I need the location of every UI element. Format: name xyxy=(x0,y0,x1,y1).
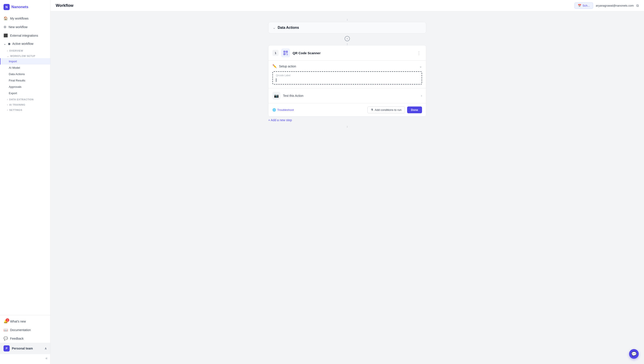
setup-chevron-icon: ⌄ xyxy=(420,65,422,68)
chevron-up-icon: ∧ xyxy=(44,347,47,350)
section-workflow-setup[interactable]: ⌄ WORKFLOW SETUP xyxy=(0,53,50,58)
import-label: Import xyxy=(9,60,17,63)
test-chevron-icon: › xyxy=(421,94,422,98)
chevron-right-icon-4: › xyxy=(7,109,8,111)
chevron-right-icon: › xyxy=(7,50,8,52)
setup-header[interactable]: ✏️ Setup action ⌄ xyxy=(272,64,422,68)
content-area: ↓ ⌄ Data Actions + 1 xyxy=(50,12,644,364)
svg-rect-1 xyxy=(284,51,285,52)
ai-model-label: AI Model xyxy=(9,66,20,69)
test-icon-box: 📷 xyxy=(272,92,280,100)
sidebar-item-approvals[interactable]: Approvals xyxy=(0,84,50,90)
add-conditions-button[interactable]: ⚗ Add conditions to run xyxy=(368,107,405,113)
sidebar-item-external-integrations[interactable]: ⬛ External integrations xyxy=(0,31,50,40)
page-title: Workflow xyxy=(56,3,74,8)
collapse-sidebar-button[interactable]: « xyxy=(0,354,50,362)
app-name: Nanonets xyxy=(12,5,28,9)
section-data-extraction[interactable]: › DATA EXTRACTION xyxy=(0,96,50,102)
plus-circle-icon: ⊕ xyxy=(4,25,6,29)
team-icon: P xyxy=(4,345,10,351)
flow-arrow-top: ↓ xyxy=(346,18,348,21)
sidebar-item-documentation[interactable]: 📖 Documentation xyxy=(0,325,50,334)
sidebar-nav: 🏠 My workflows ⊕ New workflow ⬛ External… xyxy=(0,14,50,315)
feedback-label: Feedback xyxy=(10,337,24,340)
sidebar-item-personal-team[interactable]: P Personal team ∧ xyxy=(0,343,50,354)
chat-support-icon: 💬 xyxy=(631,351,637,356)
add-step-label: + Add a new step xyxy=(268,118,292,122)
qrcode-input[interactable] xyxy=(276,78,418,82)
setup-section: ✏️ Setup action ⌄ Qrcode Label xyxy=(268,61,426,88)
sidebar-item-feedback[interactable]: 💬 Feedback xyxy=(0,334,50,343)
sidebar-item-my-workflows[interactable]: 🏠 My workflows xyxy=(0,14,50,23)
chat-icon: 💬 xyxy=(4,336,8,340)
action-footer: 🌐 Troubleshoot ⚗ Add conditions to run D… xyxy=(268,103,426,116)
section-settings-label: SETTINGS xyxy=(9,109,22,111)
text-cursor xyxy=(276,78,276,82)
action-number: 1 xyxy=(272,50,278,56)
circle-icon: ◉ xyxy=(8,42,10,46)
data-actions-section: ⌄ Data Actions xyxy=(268,22,426,33)
whats-new-label: What's new xyxy=(10,320,26,323)
filter-icon: ⚗ xyxy=(371,108,373,112)
section-ai-training-label: AI TRAINING xyxy=(9,103,25,106)
sidebar-item-whats-new[interactable]: 🔔 1 What's new xyxy=(0,317,50,325)
sidebar-item-final-results[interactable]: Final Results xyxy=(0,77,50,84)
add-conditions-label: Add conditions to run xyxy=(375,108,402,112)
setup-title: Setup action xyxy=(279,65,417,68)
camera-icon: 📷 xyxy=(274,93,279,98)
test-title: Test this Action xyxy=(283,94,418,98)
add-new-step-button[interactable]: + Add a new step xyxy=(268,117,426,124)
section-settings[interactable]: › SETTINGS xyxy=(0,107,50,112)
globe-icon: 🌐 xyxy=(272,108,276,112)
collapse-icon: « xyxy=(46,356,48,360)
approvals-label: Approvals xyxy=(9,85,22,89)
section-ai-training[interactable]: › AI TRAINING xyxy=(0,102,50,107)
sidebar-item-new-workflow[interactable]: ⊕ New workflow xyxy=(0,23,50,31)
troubleshoot-button[interactable]: 🌐 Troubleshoot xyxy=(272,108,294,112)
user-email: aryanagrawal@nanonets.com xyxy=(596,4,634,7)
action-card-header: 1 xyxy=(268,46,426,61)
section-workflow-setup-label: WORKFLOW SETUP xyxy=(10,55,36,57)
test-section[interactable]: 📷 Test this Action › xyxy=(268,88,426,103)
whats-new-badge: 1 xyxy=(6,318,9,322)
topbar: Workflow 📅 Sch... aryanagrawal@nanonets.… xyxy=(50,0,644,12)
calendar-icon: 📅 xyxy=(578,4,581,7)
sidebar-label-active-workflow: Active workflow xyxy=(12,42,33,46)
svg-line-11 xyxy=(287,54,287,54)
add-step-circle-button[interactable]: + xyxy=(344,36,350,41)
section-title: Data Actions xyxy=(278,26,422,30)
main-area: Workflow 📅 Sch... aryanagrawal@nanonets.… xyxy=(50,0,644,364)
sidebar-item-ai-model[interactable]: AI Model xyxy=(0,65,50,71)
chat-support-button[interactable]: 💬 xyxy=(629,349,639,359)
sidebar-item-export[interactable]: Export xyxy=(0,90,50,96)
section-overview[interactable]: › OVERVIEW xyxy=(0,48,50,53)
chevron-right-icon-2: › xyxy=(7,98,8,101)
chevron-right-icon-3: › xyxy=(7,104,8,106)
section-chevron-icon: ⌄ xyxy=(273,26,276,30)
sidebar-item-active-workflow[interactable]: ⌄ ◉ Active workflow xyxy=(0,40,50,48)
documentation-label: Documentation xyxy=(10,328,31,332)
action-more-button[interactable]: ⋮ xyxy=(416,49,422,57)
chevron-down-small-icon: ⌄ xyxy=(7,55,9,57)
section-data-extraction-label: DATA EXTRACTION xyxy=(9,98,34,101)
done-label: Done xyxy=(411,108,418,112)
troubleshoot-label: Troubleshoot xyxy=(277,108,294,112)
schedule-label: Sch... xyxy=(582,4,590,7)
home-icon: 🏠 xyxy=(4,16,8,21)
qrcode-label: Qrcode Label xyxy=(276,74,418,77)
grid-icon: ⬛ xyxy=(4,33,8,38)
schedule-button[interactable]: 📅 Sch... xyxy=(574,3,593,9)
topbar-right: 📅 Sch... aryanagrawal@nanonets.com ⧉ xyxy=(574,3,639,9)
copy-icon[interactable]: ⧉ xyxy=(636,4,639,8)
qrcode-input-box[interactable]: Qrcode Label xyxy=(272,71,422,85)
personal-team-label: Personal team xyxy=(12,347,33,350)
flow-arrow-bottom: ↓ xyxy=(346,125,348,128)
svg-rect-3 xyxy=(286,51,287,52)
sidebar: N Nanonets 🏠 My workflows ⊕ New workflow… xyxy=(0,0,50,364)
data-actions-header[interactable]: ⌄ Data Actions xyxy=(268,22,426,33)
done-button[interactable]: Done xyxy=(407,107,422,113)
sidebar-item-data-actions[interactable]: Data Actions xyxy=(0,71,50,77)
app-logo[interactable]: N Nanonets xyxy=(0,0,50,14)
footer-right: ⚗ Add conditions to run Done xyxy=(368,107,422,113)
sidebar-item-import[interactable]: Import xyxy=(0,58,50,65)
